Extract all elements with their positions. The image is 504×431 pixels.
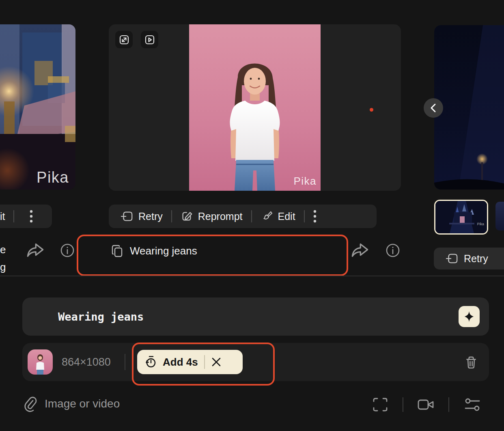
pika-watermark: Pika: [37, 169, 69, 186]
copy-prompt-button[interactable]: [111, 244, 124, 258]
generation-prompt-text[interactable]: Wearing jeans: [130, 244, 197, 258]
delete-attachment-button[interactable]: [463, 355, 479, 370]
info-icon: [386, 243, 400, 258]
reprompt-button[interactable]: Reprompt: [181, 210, 243, 222]
sparkle-icon: [463, 310, 475, 323]
share-arrow-icon: [25, 241, 45, 260]
attachment-resolution: 864×1080: [62, 343, 111, 381]
frame-corners-icon: [373, 397, 388, 412]
share-arrow-icon: [350, 241, 370, 260]
retry-label: Retry: [464, 253, 488, 265]
retry-icon: [121, 210, 133, 222]
bottom-bar-divider: [448, 397, 449, 412]
open-fullscreen-button[interactable]: [115, 31, 133, 48]
info-button[interactable]: [60, 243, 75, 258]
retry-icon: [446, 252, 458, 265]
bottom-bar-divider: [403, 397, 403, 412]
settings-sliders-icon: [464, 397, 480, 412]
previous-generation-toolbar: it: [0, 205, 52, 228]
video-thumbnail-next[interactable]: [495, 202, 504, 231]
aspect-ratio-button[interactable]: [373, 397, 388, 412]
video-mode-button[interactable]: [417, 398, 435, 411]
more-options-button[interactable]: [30, 209, 33, 223]
expand-arrow-icon: [119, 34, 129, 45]
prompt-input[interactable]: Wearing jeans: [58, 297, 144, 336]
next-generation-media[interactable]: [434, 25, 504, 190]
chip-divider: [204, 355, 205, 369]
chevron-left-icon: [429, 103, 437, 113]
pika-app-window: Pika: [0, 0, 504, 431]
previous-generation-media[interactable]: Pika: [0, 24, 75, 190]
palace-scene-image: [0, 24, 75, 190]
trash-icon: [463, 355, 479, 370]
add-duration-label: Add 4s: [163, 356, 198, 369]
timer-icon: [144, 355, 157, 369]
copy-icon: [111, 244, 124, 258]
video-preview-button[interactable]: [141, 31, 158, 48]
previous-prompt-text-line1: e: [0, 244, 6, 256]
generation-toolbar: Retry Reprompt Edit: [109, 205, 377, 228]
prompt-input-container[interactable]: Wearing jeans: [22, 297, 489, 336]
edit-button[interactable]: Edit: [261, 210, 295, 222]
retry-label: Retry: [138, 211, 163, 222]
generation-settings-button[interactable]: [464, 397, 480, 412]
selected-generation-media[interactable]: Pika: [109, 24, 401, 191]
edit-label-partial[interactable]: it: [0, 211, 5, 222]
paperclip-icon: [23, 397, 37, 413]
attachment-divider: [125, 354, 125, 370]
add-duration-chip[interactable]: Add 4s: [137, 350, 243, 374]
share-button[interactable]: [350, 241, 370, 260]
attach-media-button[interactable]: [23, 397, 37, 413]
reprompt-label: Reprompt: [198, 211, 243, 222]
pika-watermark: Pika: [293, 175, 317, 187]
previous-carousel-button[interactable]: [424, 98, 443, 118]
video-thumbnail-selected[interactable]: Pika: [434, 200, 488, 235]
retry-button[interactable]: Retry: [121, 210, 163, 222]
kebab-menu-icon: [313, 209, 317, 223]
edit-label: Edit: [278, 211, 295, 222]
cursor-dot-annotation: [370, 108, 373, 112]
generate-button[interactable]: [459, 306, 480, 327]
portrait-image: Pika: [189, 24, 321, 191]
toolbar-divider: [13, 210, 14, 222]
pika-watermark: Pika: [477, 222, 484, 226]
reprompt-pencil-icon: [181, 210, 193, 222]
dark-stage-image: [434, 25, 504, 190]
attach-media-hint[interactable]: Image or video: [45, 397, 120, 410]
share-button[interactable]: [25, 241, 45, 260]
more-options-button[interactable]: [313, 209, 317, 223]
kebab-menu-icon: [30, 209, 33, 223]
video-camera-icon: [417, 398, 435, 411]
toolbar-divider: [171, 210, 172, 222]
remove-duration-icon[interactable]: [211, 357, 222, 367]
paintbrush-icon: [261, 210, 273, 222]
toolbar-divider: [304, 210, 305, 222]
castle-thumbnail-image: Pika: [435, 201, 487, 233]
info-button[interactable]: [386, 243, 400, 258]
portrait-thumbnail-image: [28, 349, 53, 375]
previous-prompt-text-line2: g: [0, 261, 6, 274]
toolbar-divider: [251, 210, 252, 222]
retry-button-right[interactable]: Retry: [434, 248, 504, 269]
attachment-thumbnail[interactable]: [28, 349, 53, 375]
play-video-icon: [144, 34, 155, 45]
section-divider: [0, 276, 504, 276]
info-icon: [60, 243, 75, 258]
